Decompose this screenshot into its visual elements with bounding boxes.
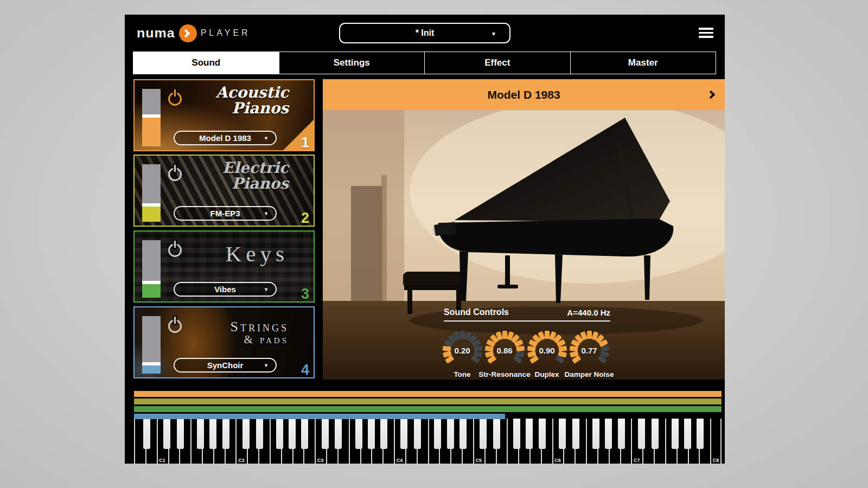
- sound-slot-4[interactable]: Strings& padsSynChoir▼4: [133, 306, 315, 378]
- slot-preset-dropdown[interactable]: FM-EP3▼: [174, 206, 277, 221]
- power-icon[interactable]: [168, 92, 182, 106]
- black-key[interactable]: [368, 419, 375, 449]
- black-key[interactable]: [380, 419, 387, 449]
- power-icon[interactable]: [168, 168, 182, 181]
- slot-volume-fader[interactable]: [142, 316, 161, 374]
- knob-str-resonance[interactable]: 0.86Str-Resonance: [483, 329, 526, 371]
- black-key[interactable]: [697, 419, 704, 449]
- slot-preset-value: SynChoir: [207, 361, 244, 370]
- slot-number: 1: [301, 134, 309, 151]
- dropdown-caret-icon: ▼: [264, 363, 269, 368]
- knob-tone[interactable]: 0.20Tone: [441, 329, 483, 371]
- black-key[interactable]: [276, 419, 283, 449]
- dropdown-caret-icon: ▼: [264, 136, 269, 141]
- chevron-right-icon[interactable]: [707, 91, 716, 99]
- black-key[interactable]: [335, 419, 342, 449]
- global-preset-value: * Init: [416, 28, 435, 38]
- black-key[interactable]: [256, 419, 263, 449]
- tab-bar: SoundSettingsEffectMaster: [133, 52, 716, 74]
- black-key[interactable]: [197, 419, 204, 449]
- power-icon[interactable]: [168, 319, 182, 333]
- slot-preset-dropdown[interactable]: Model D 1983▼: [174, 131, 277, 145]
- slot-preset-dropdown[interactable]: SynChoir▼: [174, 358, 277, 373]
- octave-label-c5: C5: [475, 458, 482, 463]
- black-key[interactable]: [209, 419, 216, 449]
- black-key[interactable]: [355, 419, 362, 449]
- black-key[interactable]: [684, 419, 691, 449]
- black-key[interactable]: [493, 419, 500, 449]
- tuning-readout: A=440.0 Hz: [444, 308, 610, 317]
- tab-settings[interactable]: Settings: [279, 52, 425, 74]
- knob-label: Damper Noise: [565, 370, 614, 378]
- slot-number: 2: [301, 210, 309, 227]
- white-key-divider: [349, 419, 350, 464]
- tab-master[interactable]: Master: [570, 52, 716, 74]
- part-3-range-strip: [134, 406, 722, 412]
- hamburger-menu-icon[interactable]: [699, 28, 713, 40]
- slot-corner-badge: [282, 119, 315, 151]
- black-key[interactable]: [414, 419, 421, 449]
- black-key[interactable]: [434, 419, 441, 449]
- white-key-divider: [157, 419, 158, 464]
- octave-label-c1: C1: [159, 458, 165, 463]
- white-key-divider: [394, 419, 395, 464]
- power-icon[interactable]: [168, 243, 182, 257]
- black-key[interactable]: [638, 419, 645, 449]
- slot-volume-fader[interactable]: [142, 164, 161, 222]
- slot-title: Strings& pads: [231, 319, 289, 346]
- black-key[interactable]: [672, 419, 679, 449]
- slot-number: 4: [301, 362, 309, 378]
- white-key-divider: [235, 419, 237, 464]
- slot-volume-fader[interactable]: [142, 89, 161, 146]
- knob-duplex[interactable]: 0.90Duplex: [526, 329, 568, 371]
- white-key-divider: [428, 419, 429, 464]
- black-key[interactable]: [539, 419, 546, 449]
- black-key[interactable]: [177, 419, 184, 449]
- black-key[interactable]: [222, 419, 229, 449]
- knob-damper-noise[interactable]: 0.77Damper Noise: [568, 329, 610, 371]
- octave-label-c2: C2: [238, 458, 245, 463]
- black-key[interactable]: [400, 419, 407, 449]
- sound-slot-1[interactable]: AcousticPianosModel D 1983▼1: [133, 79, 315, 151]
- selected-sound-title: Model D 1983: [487, 88, 560, 101]
- black-key[interactable]: [163, 419, 170, 449]
- slot-title: AcousticPianos: [216, 85, 289, 116]
- tab-sound[interactable]: Sound: [133, 52, 279, 74]
- knob-label: Duplex: [534, 370, 559, 378]
- black-key[interactable]: [242, 419, 250, 449]
- slot-preset-dropdown[interactable]: Vibes▼: [174, 282, 277, 297]
- knob-value: 0.90: [526, 346, 568, 355]
- black-key[interactable]: [618, 419, 625, 449]
- slot-volume-fader[interactable]: [142, 240, 161, 298]
- black-key[interactable]: [447, 419, 454, 449]
- brand-player-text: PLAYER: [201, 28, 251, 38]
- black-key[interactable]: [289, 419, 296, 449]
- white-key-divider: [586, 419, 587, 464]
- knob-label: Tone: [454, 370, 470, 378]
- black-key[interactable]: [592, 419, 599, 449]
- slot-preset-value: Model D 1983: [199, 133, 251, 143]
- numa-player-window: numa PLAYER * Init ▼ SoundSettingsEffect…: [125, 15, 725, 464]
- part-4-range-strip: [134, 414, 505, 419]
- white-key-divider: [665, 419, 666, 464]
- black-key[interactable]: [559, 419, 566, 449]
- black-key[interactable]: [301, 419, 308, 449]
- piano-keyboard[interactable]: C1C2C3C4C5C6C7C8: [134, 419, 722, 464]
- global-preset-dropdown[interactable]: * Init ▼: [339, 23, 510, 43]
- white-key-divider: [631, 419, 632, 464]
- black-key[interactable]: [605, 419, 612, 449]
- black-key[interactable]: [513, 419, 520, 449]
- octave-label-c3: C3: [317, 458, 324, 463]
- black-key[interactable]: [652, 419, 659, 449]
- black-key[interactable]: [459, 419, 467, 449]
- sound-slot-2[interactable]: ElectricPianosFM-EP3▼2: [133, 155, 315, 227]
- sound-slot-3[interactable]: KeysVibes▼3: [133, 230, 315, 303]
- black-key[interactable]: [322, 419, 329, 449]
- white-key-divider: [270, 419, 271, 464]
- knob-row: 0.20Tone0.86Str-Resonance0.90Duplex0.77D…: [441, 329, 610, 371]
- tab-effect[interactable]: Effect: [424, 52, 570, 74]
- black-key[interactable]: [526, 419, 533, 449]
- black-key[interactable]: [480, 419, 487, 449]
- black-key[interactable]: [572, 419, 579, 449]
- black-key[interactable]: [143, 419, 150, 449]
